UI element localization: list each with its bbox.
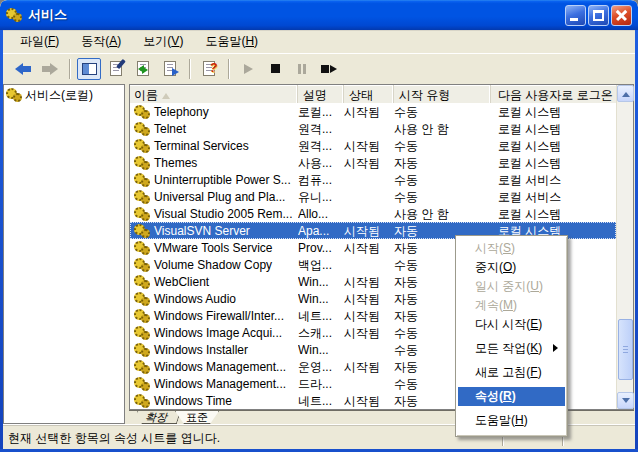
- menubar: 파일(F) 동작(A) 보기(V) 도움말(H): [3, 30, 635, 54]
- services-window: 서비스 파일(F) 동작(A) 보기(V) 도움말(H) ?: [0, 0, 638, 452]
- export-list-icon[interactable]: [158, 58, 182, 80]
- table-row[interactable]: Uninterruptible Power S...컴퓨...수동로컬 서비스: [130, 171, 616, 188]
- column-header-logon-as[interactable]: 다음 사용자로 로그온: [491, 85, 633, 103]
- refresh-icon[interactable]: [131, 58, 155, 80]
- context-menu-item-start: 시작(S): [458, 239, 565, 258]
- help-icon[interactable]: ?: [197, 58, 221, 80]
- context-menu-item-all-tasks[interactable]: 모든 작업(K): [458, 339, 565, 358]
- titlebar[interactable]: 서비스: [0, 0, 638, 30]
- menu-separator: [459, 360, 564, 361]
- statusbar-text: 현재 선택한 항목의 속성 시트를 엽니다.: [8, 431, 220, 445]
- stop-service-icon[interactable]: [263, 58, 287, 80]
- service-gear-icon: [134, 122, 150, 137]
- toolbar-separator: [228, 59, 229, 79]
- window-title: 서비스: [28, 6, 565, 24]
- service-gear-icon: [134, 173, 150, 188]
- table-row[interactable]: Terminal Services원격...시작됨수동로컬 시스템: [130, 137, 616, 154]
- service-gear-icon: [134, 394, 150, 409]
- maximize-button[interactable]: [588, 5, 609, 26]
- service-gear-icon: [134, 360, 150, 375]
- column-header-startup-type[interactable]: 시작 유형: [394, 85, 491, 103]
- start-service-icon: [236, 58, 260, 80]
- close-button[interactable]: [611, 5, 632, 26]
- service-gear-icon: [134, 326, 150, 341]
- service-gear-icon: [134, 190, 150, 205]
- service-gear-icon: [134, 309, 150, 324]
- table-row[interactable]: Visual Studio 2005 Rem...Allo...사용 안 함로컬…: [130, 205, 616, 222]
- tab-extended[interactable]: 확장: [133, 411, 181, 424]
- scrollbar-thumb[interactable]: [618, 319, 633, 380]
- show-console-tree-icon[interactable]: [77, 58, 101, 80]
- context-menu-item-stop[interactable]: 중지(O): [458, 258, 565, 277]
- menu-separator: [459, 384, 564, 385]
- list-header: 이름 설명 상태 시작 유형 다음 사용자로 로그온: [130, 85, 633, 103]
- service-gear-icon: [134, 224, 150, 239]
- table-row[interactable]: Telnet원격...사용 안 함로컬 시스템: [130, 120, 616, 137]
- submenu-arrow-icon: [553, 344, 558, 352]
- tree-item-services-local[interactable]: 서비스(로컬): [4, 85, 124, 106]
- vertical-scrollbar[interactable]: [616, 85, 633, 409]
- toolbar-separator: [189, 59, 190, 79]
- menu-action[interactable]: 동작(A): [72, 30, 130, 53]
- minimize-button[interactable]: [565, 5, 586, 26]
- service-gear-icon: [134, 156, 150, 171]
- service-gear-icon: [134, 377, 150, 392]
- scroll-down-icon[interactable]: [617, 392, 634, 409]
- service-gear-icon: [134, 241, 150, 256]
- console-tree-pane: 서비스(로컬): [3, 84, 125, 424]
- table-row[interactable]: Telephony로컬...시작됨수동로컬 시스템: [130, 103, 616, 120]
- toolbar-separator: [69, 59, 70, 79]
- scroll-up-icon[interactable]: [617, 85, 634, 102]
- context-menu-item-pause: 일시 중지(U): [458, 277, 565, 296]
- context-menu-item-restart[interactable]: 다시 시작(E): [458, 315, 565, 334]
- restart-service-icon[interactable]: [317, 58, 341, 80]
- sort-ascending-icon: [162, 89, 170, 99]
- back-icon[interactable]: [11, 58, 35, 80]
- menu-file[interactable]: 파일(F): [11, 30, 68, 53]
- column-header-description[interactable]: 설명: [298, 85, 344, 103]
- table-row[interactable]: Themes사용...시작됨자동로컬 시스템: [130, 154, 616, 171]
- service-gear-icon: [134, 139, 150, 154]
- service-gear-icon: [134, 258, 150, 273]
- menu-help[interactable]: 도움말(H): [196, 30, 267, 53]
- context-menu-item-resume: 계속(M): [458, 296, 565, 315]
- service-gear-icon: [134, 292, 150, 307]
- forward-icon[interactable]: [38, 58, 62, 80]
- menu-view[interactable]: 보기(V): [134, 30, 192, 53]
- services-app-icon: [6, 8, 22, 23]
- context-menu-item-refresh[interactable]: 새로 고침(F): [458, 363, 565, 382]
- context-menu: 시작(S) 중지(O) 일시 중지(U) 계속(M) 다시 시작(E) 모든 작…: [455, 235, 568, 437]
- column-header-status[interactable]: 상태: [344, 85, 394, 103]
- services-node-icon: [6, 88, 22, 103]
- service-gear-icon: [134, 343, 150, 358]
- service-gear-icon: [134, 105, 150, 120]
- properties-icon[interactable]: [104, 58, 128, 80]
- service-gear-icon: [134, 207, 150, 222]
- pause-service-icon: [290, 58, 314, 80]
- table-row[interactable]: Universal Plug and Pla...유니...수동로컬 서비스: [130, 188, 616, 205]
- context-menu-item-properties[interactable]: 속성(R): [458, 387, 565, 406]
- tab-standard[interactable]: 표준: [175, 411, 219, 424]
- service-gear-icon: [134, 275, 150, 290]
- menu-separator: [459, 408, 564, 409]
- column-header-name[interactable]: 이름: [130, 85, 298, 103]
- menu-separator: [459, 336, 564, 337]
- context-menu-item-help[interactable]: 도움말(H): [458, 411, 565, 430]
- tree-item-label: 서비스(로컬): [25, 87, 93, 104]
- toolbar: ?: [3, 55, 635, 82]
